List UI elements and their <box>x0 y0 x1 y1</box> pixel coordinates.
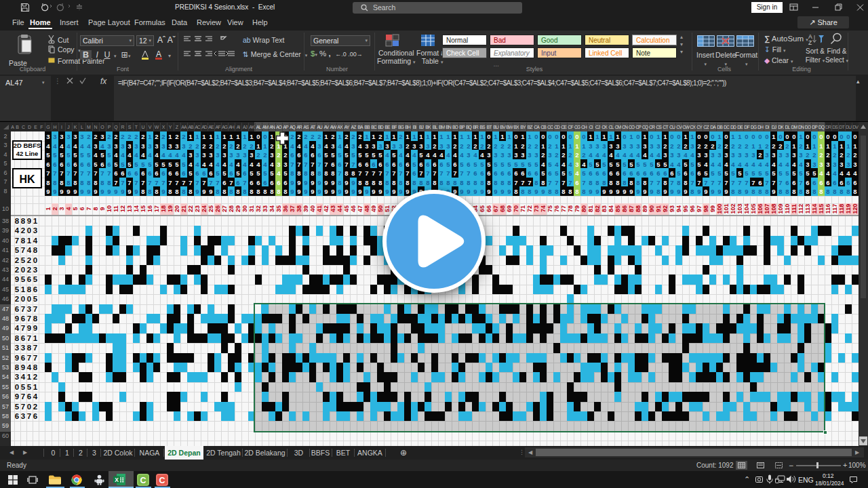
svg-text:7: 7 <box>243 179 246 186</box>
svg-text:8: 8 <box>561 188 565 195</box>
svg-text:3: 3 <box>595 142 599 150</box>
svg-text:109: 109 <box>777 203 784 214</box>
svg-text:3: 3 <box>439 142 443 150</box>
svg-text:4: 4 <box>656 151 660 159</box>
svg-text:4: 4 <box>344 142 349 150</box>
svg-text:2: 2 <box>15 256 19 264</box>
svg-text:5: 5 <box>378 151 382 159</box>
svg-text:3: 3 <box>846 161 850 168</box>
svg-text:3: 3 <box>412 142 416 150</box>
svg-text:8: 8 <box>751 188 755 195</box>
svg-text:0: 0 <box>33 256 37 264</box>
svg-text:4: 4 <box>236 161 240 168</box>
svg-text:6: 6 <box>317 151 321 159</box>
svg-text:7: 7 <box>378 169 382 177</box>
svg-text:5: 5 <box>53 151 57 159</box>
svg-text:42: 42 <box>323 205 330 212</box>
svg-text:CG: CG <box>574 125 580 129</box>
svg-text:8: 8 <box>21 237 26 245</box>
svg-text:2: 2 <box>799 142 802 150</box>
svg-text:4: 4 <box>582 161 586 168</box>
svg-text:8: 8 <box>27 285 32 293</box>
svg-text:3: 3 <box>399 142 402 150</box>
svg-text:4: 4 <box>121 151 125 159</box>
svg-text:4: 4 <box>473 151 477 159</box>
svg-text:9: 9 <box>351 188 355 195</box>
svg-text:6: 6 <box>209 169 212 177</box>
svg-text:0: 0 <box>724 133 728 140</box>
svg-text:1: 1 <box>406 133 410 140</box>
svg-text:CU: CU <box>669 125 675 129</box>
svg-text:1: 1 <box>473 133 477 140</box>
svg-text:K: K <box>74 125 77 129</box>
svg-text:6: 6 <box>487 169 490 177</box>
svg-text:6: 6 <box>826 179 829 186</box>
svg-text:6: 6 <box>15 305 19 313</box>
svg-text:8: 8 <box>182 188 185 195</box>
svg-text:7: 7 <box>514 179 517 186</box>
svg-text:▾: ▾ <box>168 53 171 59</box>
svg-text:2: 2 <box>270 142 273 150</box>
svg-text:8: 8 <box>283 188 287 195</box>
svg-text:2: 2 <box>358 133 361 140</box>
svg-text:DP: DP <box>812 125 818 129</box>
svg-text:7: 7 <box>372 169 375 177</box>
svg-text:2: 2 <box>189 142 192 150</box>
svg-text:4: 4 <box>840 169 844 177</box>
svg-text:4: 4 <box>684 151 688 159</box>
svg-text:7: 7 <box>21 403 25 411</box>
svg-text:1: 1 <box>45 207 52 210</box>
svg-text:8: 8 <box>548 188 551 195</box>
svg-text:S: S <box>128 125 132 129</box>
svg-text:2: 2 <box>833 151 836 159</box>
svg-text:3: 3 <box>189 151 192 159</box>
svg-text:0: 0 <box>582 133 585 140</box>
svg-text:6: 6 <box>182 169 185 177</box>
svg-text:9: 9 <box>636 188 639 195</box>
svg-text:7: 7 <box>141 179 144 186</box>
svg-text:2: 2 <box>500 142 504 150</box>
svg-text:2: 2 <box>670 142 673 150</box>
svg-text:4: 4 <box>724 161 728 168</box>
svg-text:1: 1 <box>500 133 505 140</box>
svg-text:3: 3 <box>697 151 701 159</box>
svg-text:F: F <box>40 125 43 129</box>
svg-text:2: 2 <box>15 266 19 274</box>
svg-text:0: 0 <box>575 133 578 140</box>
svg-text:4: 4 <box>623 151 627 159</box>
svg-text:3: 3 <box>33 266 37 274</box>
svg-text:7: 7 <box>439 169 443 177</box>
svg-text:2: 2 <box>812 151 816 159</box>
svg-text:6: 6 <box>758 179 762 186</box>
svg-text:5: 5 <box>609 161 613 168</box>
svg-text:0: 0 <box>812 133 816 140</box>
svg-text:35: 35 <box>275 205 282 212</box>
svg-text:7: 7 <box>772 179 775 186</box>
svg-text:2: 2 <box>290 133 294 140</box>
svg-text:4: 4 <box>819 169 823 177</box>
svg-text:5: 5 <box>33 295 38 303</box>
svg-text:53: 53 <box>2 364 9 371</box>
svg-text:0: 0 <box>15 383 19 391</box>
svg-text:75: 75 <box>547 205 553 212</box>
svg-text:3: 3 <box>765 151 768 159</box>
svg-text:1: 1 <box>365 133 369 140</box>
svg-text:7: 7 <box>297 161 300 168</box>
svg-text:6: 6 <box>616 169 619 177</box>
svg-text:45: 45 <box>2 286 9 293</box>
svg-text:7: 7 <box>3 178 7 185</box>
svg-text:DA: DA <box>710 125 716 129</box>
svg-text:DJ: DJ <box>772 125 776 129</box>
svg-text:2: 2 <box>351 133 355 140</box>
svg-text:2: 2 <box>575 151 578 159</box>
svg-text:2: 2 <box>216 142 219 150</box>
svg-text:6: 6 <box>21 334 25 342</box>
svg-text:4: 4 <box>270 161 274 168</box>
svg-text:5: 5 <box>792 169 796 177</box>
svg-text:CD: CD <box>554 125 560 129</box>
svg-text:48: 48 <box>363 205 370 212</box>
svg-text:3: 3 <box>656 142 660 150</box>
svg-text:6: 6 <box>148 169 151 177</box>
svg-text:2: 2 <box>195 142 199 150</box>
svg-text:0: 0 <box>561 133 565 140</box>
